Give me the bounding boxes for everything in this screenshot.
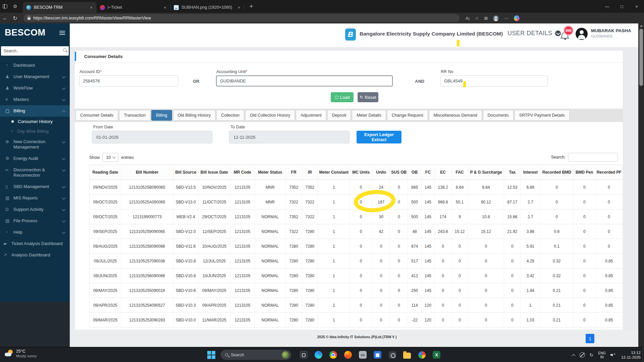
sidebar-item-workflow[interactable]: ♟WorkFlow [0,82,70,94]
column-header[interactable]: Tax [504,165,521,180]
tab-transaction[interactable]: Transaction [119,110,150,121]
sidebar-item-new-connection-management[interactable]: ⊕New Connection Management [0,136,70,153]
clock[interactable]: 13:12 12-11-2025 [621,350,641,360]
column-header[interactable]: BMD Pen [573,165,596,180]
scrollbar[interactable] [638,23,644,347]
sidebar-item-billing[interactable]: ▢Billing [0,105,70,117]
column-header[interactable]: SUS OB [390,165,408,180]
table-row[interactable]: 09/OCT/20251213199000773WEB-V2.429/OCT/2… [90,209,623,224]
load-button[interactable]: Load [331,92,354,102]
sidebar-item-user-management[interactable]: ♟User Management [0,71,70,82]
show-desktop-button[interactable] [643,347,644,362]
notifications-button[interactable]: 898 [560,28,572,42]
sidebar-item-mis-reports[interactable]: ▥MIS Reports [0,192,70,204]
tab-close-icon[interactable]: × [163,5,167,10]
sidebar-item-file-process[interactable]: ▤File Process [0,215,70,227]
table-row[interactable]: 09/NOV/2025121310525B090065SBD-V13.510/N… [90,180,623,195]
page-size-select[interactable]: 10 [102,153,118,162]
browser-profile-avatar[interactable] [493,15,499,21]
sidebar-item-support-activity[interactable]: ΩSupport Activity [0,204,70,215]
camera-icon[interactable] [388,350,397,359]
column-header[interactable]: Reading Date [90,165,121,180]
user-details-menu[interactable]: USER DETAILS [507,30,561,37]
to-date-input[interactable]: 12-11-2025 [229,131,350,143]
column-header[interactable]: Interest [521,165,540,180]
chrome-icon[interactable] [329,350,338,359]
table-search-input[interactable] [568,153,618,162]
back-icon[interactable]: ← [0,15,10,21]
hamburger-icon[interactable] [59,30,65,36]
sidebar-item-sbd-management[interactable]: ▯SBD Management [0,181,70,192]
table-row[interactable]: 09/MAY/20251213105255090018SBD-V10.609/M… [90,283,623,298]
column-header[interactable]: Bill Source [173,165,198,180]
column-header[interactable]: FR [285,165,302,180]
column-header[interactable]: OB [408,165,422,180]
tab-collection[interactable]: Collection [216,110,244,121]
sidebar-subitem-consumer-history[interactable]: Consumer History [0,117,70,126]
tab-miscellaneous-demand[interactable]: Miscellaneous Demand [429,110,482,121]
favorite-star-icon[interactable]: ☆ [475,16,479,21]
reset-button[interactable]: ↻ Reset [358,92,378,102]
column-header[interactable]: Bill Issue Date [198,165,230,180]
sidebar-item-analysis-dashboard[interactable]: ↗Analysis Dashboard [0,249,70,261]
excel-icon[interactable]: X [432,350,441,359]
read-aloud-icon[interactable]: A) [466,16,470,21]
browser-tab[interactable]: i~Ticket× [97,2,170,13]
table-row[interactable]: 09/OCT/2025121310525A090065SBD-V13.011/O… [90,195,623,209]
column-header[interactable]: FAC [451,165,468,180]
sidebar-search-input[interactable] [1,46,69,56]
table-row[interactable]: 09/JUL/20251213105257090036SBD-V10.812/J… [90,254,623,268]
browser-tab[interactable]: SUBHAN.png (644×362)× [170,2,244,13]
orange-app-icon[interactable] [343,350,353,359]
column-header[interactable]: Units [372,165,390,180]
column-header[interactable]: MC Units [350,165,372,180]
copilot-icon[interactable] [514,15,520,21]
browser-settings-icon[interactable]: ⚙ [10,1,20,11]
tab-change-request[interactable]: Change Request [387,110,428,121]
edge-icon[interactable] [314,350,323,359]
file-explorer-icon[interactable] [402,350,412,359]
dark-app-icon[interactable]: ▢ [299,350,308,359]
network-offline-icon[interactable] [580,352,585,358]
tab-actions-icon[interactable] [0,1,10,11]
rr-no-input[interactable] [440,75,548,86]
scroll-up-arrow[interactable] [640,25,643,27]
tab-adjustment[interactable]: Adjustment [296,110,326,121]
close-icon[interactable]: × [629,0,644,13]
column-header[interactable]: Meter Constant [318,165,350,180]
tab-consumer-details[interactable]: Consumer Details [75,110,118,121]
table-app-icon[interactable]: ▦ [373,350,382,359]
tab-old-collection-history[interactable]: Old Collection History [245,110,295,121]
column-header[interactable]: Recorded BMD [540,165,573,180]
user-avatar[interactable] [576,28,588,40]
tab-meter-details[interactable]: Meter Details [352,110,386,121]
photos-icon[interactable] [417,350,426,359]
sidebar-item-disconnection-reconnection[interactable]: ∞Disconnection & Reconnection [0,164,70,181]
speaker-muted-icon[interactable]: × [610,353,616,357]
taskbar-search[interactable]: Search [221,350,291,360]
tab-billing[interactable]: Billing [151,110,172,121]
table-row[interactable]: 09/MAR/20251213105253090283SBD-V10.011/M… [90,313,623,327]
column-header[interactable]: Recorded PF [596,165,623,180]
more-options-icon[interactable]: ⋯ [504,16,508,21]
column-header[interactable]: FC [421,165,434,180]
sidebar-item-energy-audit[interactable]: ⚙Energy Audit [0,153,70,164]
accounting-unit-input[interactable] [216,75,393,86]
account-id-input[interactable] [79,75,178,86]
weather-widget[interactable]: 25°C Mostly sunny [5,349,37,358]
hidden-icons-chevron[interactable] [572,354,575,358]
tab-srtpv-payment-details[interactable]: SRTPV Payment Details [515,110,570,121]
export-ledger-button[interactable]: Export Ledger Extract [357,131,401,143]
collections-icon[interactable]: ⊞ [484,16,488,21]
column-header[interactable]: P & G Surcharge [468,165,504,180]
tab-old-billing-history[interactable]: Old Billing History [173,110,216,121]
sidebar-item-ticket-analysis-dashboard[interactable]: ▰Ticket Analysis Dashboard [0,238,70,249]
maximize-icon[interactable]: □ [614,0,629,13]
refresh-icon[interactable]: ↻ [10,15,20,21]
pagination-page-1[interactable]: 1 [586,334,594,343]
table-row[interactable]: 09/SEP/20251213105259090065SBD-V12.012/S… [90,224,623,239]
from-date-input[interactable]: 01-01-2025 [92,131,212,143]
sidebar-subitem-day-wise-billing[interactable]: Day Wise Billing [0,126,70,136]
table-row[interactable]: 09/AUG/20251213105258090066SBD-V11.610/A… [90,239,623,254]
scrollbar-thumb[interactable] [639,29,643,86]
